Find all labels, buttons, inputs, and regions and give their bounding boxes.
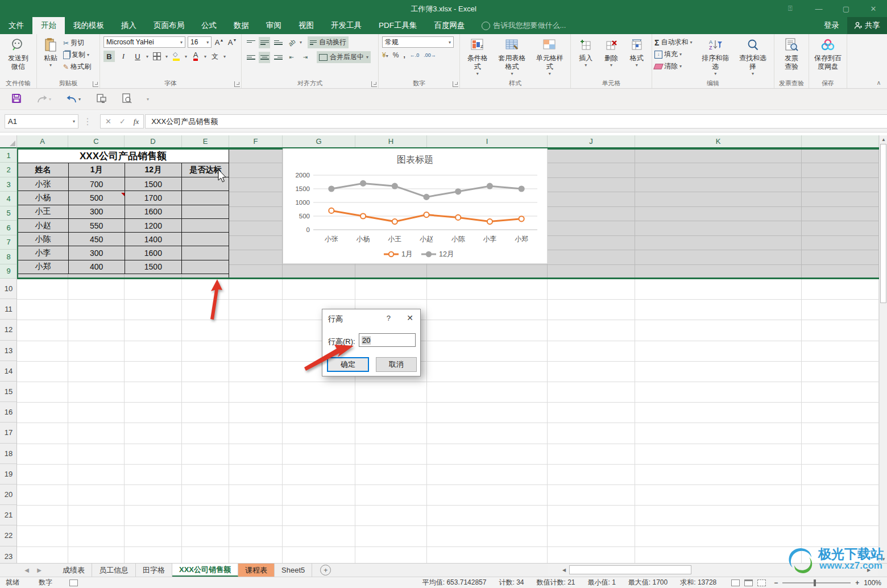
spreadsheet-grid[interactable]: XXX公司产品销售额姓名1月12月是否达标小张7001500小杨5001700小… — [17, 148, 879, 563]
column-header-K[interactable]: K — [635, 135, 802, 147]
paste-button[interactable]: 粘贴 ▾ — [39, 36, 62, 69]
table-header-cell[interactable]: 是否达标 — [182, 163, 229, 177]
sheet-tab-田字格[interactable]: 田字格 — [136, 564, 172, 577]
table-cell[interactable]: 小李 — [18, 246, 69, 260]
clear-dropdown-icon[interactable]: ▾ — [679, 64, 682, 69]
row-header-10[interactable]: 10 — [0, 279, 17, 299]
orientation-dropdown-icon[interactable]: ▾ — [300, 40, 302, 45]
share-button[interactable]: 共享 — [847, 17, 887, 34]
merge-center-dropdown-icon[interactable]: ▾ — [366, 55, 368, 60]
column-header-E[interactable]: E — [182, 135, 229, 147]
percent-style-button[interactable]: % — [393, 51, 399, 59]
collapse-ribbon-icon[interactable]: ᴧ — [877, 80, 880, 86]
ribbon-display-options-icon[interactable]: ⍐ — [779, 0, 802, 17]
table-header-cell[interactable]: 1月 — [69, 163, 125, 177]
maximize-icon[interactable]: ▢ — [835, 0, 857, 17]
insert-function-icon[interactable]: fx — [134, 117, 139, 126]
zoom-level[interactable]: 100% — [864, 579, 881, 587]
align-left-button[interactable] — [245, 52, 256, 63]
table-cell[interactable]: 小王 — [18, 205, 69, 219]
redo-icon[interactable]: ▾ — [36, 95, 51, 104]
sort-filter-button[interactable]: AZ 排序和筛选▾ — [697, 36, 734, 78]
ribbon-tab-数据[interactable]: 数据 — [225, 17, 258, 34]
row-header-5[interactable]: 5 — [0, 206, 17, 221]
sheet-tab-员工信息[interactable]: 员工信息 — [92, 564, 136, 577]
embedded-chart[interactable]: 图表标题0500100015002000小张小杨小王小赵小陈小李小郑1月12月 — [283, 148, 548, 264]
autosum-dropdown-icon[interactable]: ▾ — [690, 40, 692, 45]
close-icon[interactable]: ✕ — [862, 0, 885, 17]
table-cell[interactable]: 550 — [69, 219, 125, 233]
send-to-wechat-button[interactable]: 发送到微信 — [2, 36, 34, 72]
login-button[interactable]: 登录 — [816, 20, 847, 31]
horizontal-scrollbar[interactable]: ◀ ▶ — [548, 564, 878, 575]
row-headers[interactable]: 1234567891011121314151617181920212223 — [0, 148, 17, 563]
bottom-align-button[interactable] — [272, 37, 284, 48]
cancel-entry-icon[interactable]: ✕ — [105, 117, 111, 126]
table-cell[interactable] — [182, 233, 229, 246]
column-header-H[interactable]: H — [355, 135, 427, 147]
italic-button[interactable]: I — [118, 51, 129, 62]
ribbon-tab-开始[interactable]: 开始 — [32, 17, 65, 34]
table-cell[interactable]: 1400 — [125, 233, 183, 246]
center-button[interactable] — [259, 52, 270, 63]
ribbon-tab-页面布局[interactable]: 页面布局 — [145, 17, 193, 34]
column-headers[interactable]: ACDEFGHIJK — [17, 135, 879, 148]
column-header-J[interactable]: J — [548, 135, 635, 147]
scroll-right-icon[interactable]: ▶ — [865, 566, 873, 574]
borders-button[interactable] — [151, 51, 163, 62]
phonetic-button[interactable]: 文 — [209, 51, 221, 62]
table-cell[interactable]: 小张 — [18, 177, 69, 191]
row-header-17[interactable]: 17 — [0, 423, 17, 443]
sheet-tab-成绩表[interactable]: 成绩表 — [56, 564, 92, 577]
clipboard-dialog-launcher-icon[interactable] — [93, 81, 98, 87]
increase-decimal-button[interactable]: ←.0 — [410, 52, 420, 58]
table-title-cell[interactable]: XXX公司产品销售额 — [18, 149, 229, 163]
find-select-button[interactable]: 查找和选择▾ — [734, 36, 772, 78]
copy-button[interactable]: 复制▾ — [63, 49, 91, 61]
ribbon-tab-插入[interactable]: 插入 — [113, 17, 145, 34]
zoom-out-icon[interactable]: − — [774, 579, 778, 587]
page-preview-icon[interactable] — [122, 93, 132, 106]
table-cell[interactable]: 1500 — [125, 177, 183, 191]
fill-color-button[interactable]: ◇ — [171, 51, 182, 62]
conditional-formatting-button[interactable]: ≠ 条件格式▾ — [462, 36, 493, 78]
table-header-cell[interactable]: 姓名 — [18, 163, 69, 177]
macro-record-icon[interactable] — [69, 579, 78, 586]
row-header-9[interactable]: 9 — [0, 264, 17, 279]
horizontal-scrollbar-thumb[interactable] — [569, 565, 691, 574]
table-cell[interactable] — [182, 177, 229, 191]
merge-center-button[interactable]: 合并后居中▾ — [317, 51, 371, 63]
middle-align-button[interactable] — [259, 37, 270, 48]
row-header-11[interactable]: 11 — [0, 299, 17, 320]
table-cell[interactable]: 1200 — [125, 219, 183, 233]
column-header-G[interactable]: G — [283, 135, 355, 147]
table-cell[interactable]: 小杨 — [18, 191, 69, 205]
table-cell[interactable]: 小郑 — [18, 260, 69, 274]
page-break-view-icon[interactable] — [757, 579, 766, 586]
top-align-button[interactable] — [245, 37, 256, 48]
row-header-23[interactable]: 23 — [0, 546, 17, 563]
scroll-up-icon[interactable]: ▲ — [880, 135, 887, 143]
row-header-4[interactable]: 4 — [0, 192, 17, 206]
table-cell[interactable] — [182, 219, 229, 233]
delete-cells-button[interactable]: 删除▾ — [600, 36, 623, 69]
sheet-tab-Sheet5[interactable]: Sheet5 — [275, 564, 312, 577]
row-height-input[interactable]: 20 — [359, 333, 416, 347]
number-format-select[interactable]: 常规▾ — [382, 36, 454, 48]
row-header-14[interactable]: 14 — [0, 361, 17, 382]
table-cell[interactable]: 500 — [69, 191, 125, 205]
row-header-18[interactable]: 18 — [0, 444, 17, 464]
table-cell[interactable]: 小陈 — [18, 233, 69, 246]
save-to-baidu-button[interactable]: 保存到百度网盘 — [810, 36, 845, 72]
undo-icon[interactable]: ▾ — [66, 95, 81, 104]
phonetic-dropdown-icon[interactable]: ▾ — [223, 54, 226, 59]
font-name-select[interactable]: Microsoft YaHei▾ — [103, 36, 185, 48]
scroll-left-icon[interactable]: ◀ — [560, 566, 568, 574]
zoom-in-icon[interactable]: + — [855, 579, 859, 587]
zoom-slider[interactable] — [782, 582, 851, 583]
table-cell[interactable]: 小赵 — [18, 219, 69, 233]
row-header-7[interactable]: 7 — [0, 235, 17, 250]
tell-me-search[interactable]: 告诉我您想要做什么... — [482, 17, 566, 34]
sales-table[interactable]: XXX公司产品销售额姓名1月12月是否达标小张7001500小杨5001700小… — [17, 148, 229, 279]
column-header-F[interactable]: F — [229, 135, 283, 147]
